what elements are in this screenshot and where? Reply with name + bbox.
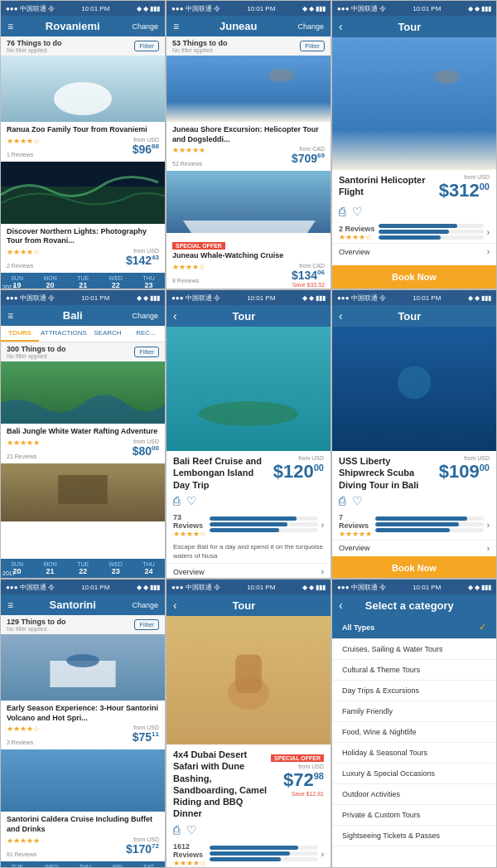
time: 10:01 PM (81, 294, 109, 302)
category-item-3[interactable]: Day Trips & Excursions (332, 681, 496, 701)
menu-icon[interactable]: ≡ (7, 21, 13, 32)
tour-title[interactable]: 4x4 Dubai Desert Safari with Dune Bashin… (173, 749, 267, 820)
book-now-button[interactable]: Book Now (332, 265, 496, 289)
price-label: from USD (133, 439, 159, 444)
cell-header: ≡ Rovaniemi Change (1, 16, 165, 36)
tour-title[interactable]: USS Liberty Shipwreck Scuba Diving Tour … (339, 455, 435, 491)
price-row: ★★★★★81 Reviewsfrom USD $17072 (7, 836, 159, 860)
review-count: 1 Reviews (7, 152, 33, 158)
star-rating: ★★★★☆ (7, 248, 40, 256)
category-header: ‹ Select a category (332, 594, 496, 616)
chevron-right-icon[interactable]: › (487, 228, 490, 237)
overview-chevron-icon[interactable]: › (487, 247, 490, 256)
review-count: 21 Reviews (7, 453, 36, 459)
tour-title[interactable]: Santorini Helicopter Flight (339, 174, 435, 198)
date-cell[interactable]: THU24 (142, 561, 154, 575)
overview-chevron-icon[interactable]: › (321, 567, 324, 576)
favorite-icon[interactable]: ♡ (186, 494, 197, 507)
star-rating: ★★★★★ (7, 439, 40, 447)
tab-search[interactable]: SEARCH (89, 326, 127, 342)
date-cell[interactable]: TUE22 (77, 561, 89, 575)
chevron-right-icon[interactable]: › (321, 521, 324, 530)
category-item-7[interactable]: Luxury & Special Occasions (332, 764, 496, 784)
tab-attractions[interactable]: ATTRACTIONS (39, 326, 89, 342)
filter-button[interactable]: Filter (134, 347, 159, 357)
menu-icon[interactable]: ≡ (173, 21, 179, 32)
favorite-icon[interactable]: ♡ (352, 494, 363, 507)
tour-title[interactable]: Juneau Shore Excursion: Helicopter Tour … (172, 125, 325, 144)
date-cell[interactable]: SAT24 (143, 864, 154, 868)
overview-row[interactable]: Overview› (166, 563, 331, 579)
from-label: from USD (439, 455, 490, 461)
date-cell[interactable]: WED23 (109, 561, 123, 575)
category-item-5[interactable]: Food, Wine & Nightlife (332, 722, 496, 743)
tour-title[interactable]: Early Season Experience: 3-Hour Santorin… (7, 704, 159, 723)
change-link[interactable]: Change (132, 312, 158, 320)
date-cell[interactable]: THU22 (80, 864, 91, 868)
price-label: from USD (133, 725, 159, 730)
things-count: 300 Things to do (7, 345, 66, 353)
date-cell[interactable]: TUE21 (77, 275, 89, 289)
category-item-4[interactable]: Family Friendly (332, 701, 496, 722)
date-cell[interactable]: WED22 (109, 275, 123, 289)
star-rating: ★★★★★ (7, 836, 40, 845)
overview-row[interactable]: Overview› (332, 243, 496, 259)
filter-button[interactable]: Filter (134, 41, 159, 51)
category-item-2[interactable]: Cultural & Theme Tours (332, 660, 496, 681)
cell-tour-camel: ●●● 中国联通 令10:01 PM◆ ◆ ▮▮▮‹ Tour 4x4 Duba… (166, 579, 331, 868)
date-cell[interactable]: WED21 (45, 864, 58, 868)
tour-title[interactable]: Bali Jungle White Water Rafting Adventur… (7, 427, 159, 437)
favorite-icon[interactable]: ♡ (186, 823, 197, 836)
share-icon[interactable]: ⎙ (339, 494, 345, 507)
date-cell[interactable]: FRI23 (113, 864, 122, 868)
category-item-0[interactable]: All Types✓ (332, 616, 496, 639)
svg-rect-19 (66, 654, 99, 667)
change-link[interactable]: Change (297, 22, 324, 31)
time: 10:01 PM (413, 584, 441, 591)
detail-section: Bali Reef Cruise and Lembongan Island Da… (166, 451, 331, 512)
date-cell[interactable]: MON21 (43, 561, 56, 575)
day-number: 20 (43, 281, 56, 289)
tour-title[interactable]: Juneau Whale-Watching Cruise (172, 251, 325, 261)
change-link[interactable]: Change (132, 601, 158, 609)
category-item-8[interactable]: Outdoor Activities (332, 784, 496, 805)
favorite-icon[interactable]: ♡ (352, 205, 363, 218)
menu-icon[interactable]: ≡ (7, 599, 13, 611)
review-count: 73Reviews (173, 513, 206, 530)
date-cell[interactable]: THU23 (142, 275, 154, 289)
tour-title[interactable]: Santorini Caldera Cruise Including Buffe… (7, 815, 159, 834)
chevron-right-icon[interactable]: › (321, 850, 324, 859)
tour-title[interactable]: Bali Reef Cruise and Lembongan Island Da… (173, 455, 269, 491)
category-item-10[interactable]: Sightseeing Tickets & Passes (332, 826, 496, 846)
change-link[interactable]: Change (132, 22, 158, 31)
filter-button[interactable]: Filter (300, 41, 325, 51)
tab-tours[interactable]: TOURS (1, 326, 39, 342)
category-label: Cruises, Sailing & Water Tours (342, 645, 443, 653)
category-item-1[interactable]: Cruises, Sailing & Water Tours (332, 639, 496, 660)
svg-point-1 (54, 82, 112, 115)
price-value: $9688 (133, 143, 159, 156)
battery: ◆ ◆ ▮▮▮ (137, 294, 160, 302)
overview-chevron-icon[interactable]: › (487, 544, 490, 553)
share-icon[interactable]: ⎙ (339, 205, 345, 218)
category-item-9[interactable]: Private & Custom Tours (332, 805, 496, 826)
overview-row[interactable]: Overview› (332, 540, 496, 556)
overview-label: Overview (339, 248, 370, 256)
share-icon[interactable]: ⎙ (173, 494, 180, 507)
cell-tour-scuba: ●●● 中国联通 令10:01 PM◆ ◆ ▮▮▮‹ Tour USS Libe… (331, 289, 497, 579)
filter-button[interactable]: Filter (134, 619, 159, 630)
date-cell[interactable]: MON20 (43, 275, 56, 289)
action-icons: ⎙ ♡ (339, 205, 490, 218)
tab-rec...[interactable]: REC... (127, 326, 165, 342)
menu-icon[interactable]: ≡ (7, 310, 13, 322)
date-cell[interactable]: TUE20 (12, 864, 23, 868)
category-item-6[interactable]: Holiday & Seasonal Tours (332, 743, 496, 764)
filter-status: No filter applied (7, 47, 62, 53)
book-now-button[interactable]: Book Now (332, 556, 496, 579)
share-icon[interactable]: ⎙ (173, 823, 180, 836)
day-number: 23 (142, 281, 154, 289)
count-row: 53 Things to doNo filter appliedFilter (166, 36, 331, 56)
tour-title[interactable]: Discover Northern Lights: Photography To… (7, 227, 159, 246)
tour-title[interactable]: Ranua Zoo Family Tour from Rovaniemi (7, 125, 159, 135)
chevron-right-icon[interactable]: › (487, 521, 490, 530)
